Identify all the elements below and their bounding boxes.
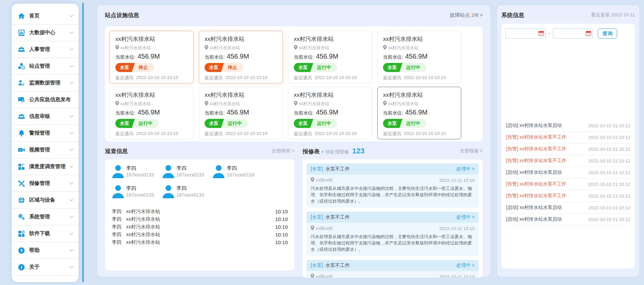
sidebar-item[interactable]: 满意度调查管理 <box>12 158 78 175</box>
log-text: xx村排水站水泵不工作 <box>520 181 567 187</box>
repair-item-body: xx镇xx村 2022-10-11 10:10 污水处理是从城市废水中去除污染物… <box>307 174 479 208</box>
station-section-header: 站点设施信息 故障站点 2/8 > <box>105 10 483 20</box>
station-card[interactable]: xx村污水排水站 xx村污水排水站 当前水位: 456.9M 水泵 停止 <box>199 31 283 83</box>
query-button[interactable]: 查询 <box>598 28 617 39</box>
sidebar-menu: 首页 大数据中心 人事管理 站点管理 监测数据管理 <box>12 8 78 276</box>
inspection-record-row: 李四 xx村污水排水站 10:10 <box>112 215 288 223</box>
repair-status-link[interactable]: 处理中 > <box>457 214 475 220</box>
repair-panel: [水泵] 水泵不工作 处理中 > xx镇xx村 2022 <box>303 159 483 278</box>
chevron-down-icon <box>69 82 74 84</box>
svg-text:i: i <box>21 265 22 270</box>
fault-count: 2 <box>471 12 474 18</box>
pump-label: 水泵 <box>294 119 313 128</box>
chevron-down-icon <box>69 48 74 51</box>
inspector-phone: 187xxxx0133 <box>126 192 154 198</box>
station-card[interactable]: xx村污水排水站 xx村污水排水站 当前水位: 456.9M 水泵 运行中 <box>288 31 372 83</box>
location-pin-icon <box>115 101 119 107</box>
repair-item-title: 水泵不工作 <box>325 262 457 269</box>
inspection-section: 巡查信息 全部排班 > 李四 187xxxx0133 <box>105 147 294 278</box>
inspector-card: 李四 187xxxx0133 <box>162 185 212 200</box>
svg-text:17: 17 <box>540 32 543 35</box>
sidebar-item-label: 系统管理 <box>29 213 69 220</box>
sidebar-item[interactable]: 大数据中心 <box>12 24 78 41</box>
water-level: 当前水位: 456.9M <box>383 109 455 116</box>
log-text: xx村排水站水泵启动 <box>520 123 562 128</box>
station-card[interactable]: xx村污水排水站 xx村污水排水站 当前水位: 456.9M 水泵 运行中 <box>377 87 461 139</box>
satisfaction-icon <box>17 162 26 171</box>
pump-label: 水泵 <box>383 119 402 128</box>
home-icon <box>17 12 26 20</box>
log-text: xx村排水站水泵不工作 <box>520 193 567 198</box>
sidebar-item[interactable]: 系统管理 <box>12 209 78 225</box>
water-level-value: 456.9M <box>227 109 249 116</box>
sidebar-item[interactable]: 公共应急信息发布 <box>12 91 78 108</box>
inspector-name: 李四 <box>176 185 204 192</box>
sidebar-item[interactable]: 首页 <box>12 8 78 24</box>
sidebar-item-label: 软件下载 <box>29 230 69 237</box>
chevron-down-icon <box>69 65 74 67</box>
inspection-record-row: 李四 xx村污水排水站 10:10 <box>112 238 288 246</box>
chevron-down-icon <box>69 31 74 34</box>
system-info-panel: 系统信息 最近更新 2022-10-11 17 - 17 查询 <box>496 5 640 277</box>
repair-status-link[interactable]: 处理中 > <box>457 166 475 172</box>
water-level-value: 456.9M <box>405 109 428 116</box>
inspector-name: 李四 <box>176 165 204 171</box>
sidebar-item[interactable]: 人事管理 <box>12 41 78 58</box>
fault-total: /8 > <box>474 12 483 18</box>
sidebar-item[interactable]: i 关于 <box>12 259 78 276</box>
record-station: xx村污水排水站 <box>126 239 275 245</box>
station-card[interactable]: xx村污水排水站 xx村污水排水站 当前水位: 456.9M 水泵 停止 <box>110 31 194 83</box>
alarm-icon <box>17 129 26 138</box>
pump-status-badge: 水泵 运行中 <box>115 119 159 128</box>
sidebar-item[interactable]: 监测数据管理 <box>12 75 78 91</box>
record-time: 10:10 <box>275 209 288 214</box>
station-card-title: xx村污水排水站 <box>205 35 277 43</box>
sidebar-item[interactable]: 报修管理 <box>12 175 78 192</box>
station-cards-grid: xx村污水排水站 xx村污水排水站 当前水位: 456.9M 水泵 停止 <box>110 31 478 139</box>
station-card[interactable]: xx村污水排水站 xx村污水排水站 当前水位: 456.9M 水泵 运行中 <box>199 87 283 139</box>
pump-status: 运行中 <box>224 119 248 128</box>
log-tag: [告警] <box>506 158 518 163</box>
sidebar-item[interactable]: 软件下载 <box>12 225 78 242</box>
record-name: 李四 <box>112 216 121 222</box>
about-icon: i <box>17 263 26 272</box>
repair-section: 报修表 • 待处理报修 123 全部报修 > [水泵] 水泵不工作 处理中 > <box>303 147 483 278</box>
pump-status-badge: 水泵 运行中 <box>205 119 248 128</box>
sidebar-item[interactable]: 警报管理 <box>12 125 78 142</box>
site-icon <box>17 62 26 71</box>
record-station: xx村污水排水站 <box>126 231 275 238</box>
lower-sections-row: 巡查信息 全部排班 > 李四 187xxxx0133 <box>105 147 483 278</box>
calendar-icon[interactable]: 17 <box>586 30 591 36</box>
sidebar-item[interactable]: 站点管理 <box>12 58 78 75</box>
fault-stations-link[interactable]: 故障站点 2/8 > <box>450 12 483 18</box>
repair-time: 2022-10-11 10:10 <box>439 274 475 278</box>
sidebar-item[interactable]: 信息审核 <box>12 108 78 125</box>
inspector-card: 李四 187xxxx0133 <box>112 185 162 200</box>
sidebar-item[interactable]: ? 帮助 <box>12 242 78 259</box>
log-text: xx村排水站水泵启动 <box>520 216 562 222</box>
location-pin-icon <box>115 45 119 51</box>
calendar-icon[interactable]: 17 <box>538 30 544 36</box>
repair-title: 报修表 <box>303 148 320 155</box>
inspection-panel: 李四 187xxxx0133 李四 187xxxx0133 <box>105 159 294 271</box>
sidebar-item[interactable]: 区域与设备 <box>12 192 78 209</box>
station-card[interactable]: xx村污水排水站 xx村污水排水站 当前水位: 456.9M 水泵 运行中 <box>110 87 194 139</box>
all-schedules-link[interactable]: 全部排班 > <box>272 148 294 154</box>
date-range-separator: - <box>548 30 550 37</box>
system-log-row: [告警] xx村排水站水泵不工作 2022-10-10 21:10:12 <box>505 155 631 167</box>
chevron-down-icon <box>69 165 74 168</box>
all-repairs-link[interactable]: 全部报修 > <box>460 148 483 154</box>
sidebar-item[interactable]: 视频管理 <box>12 142 78 158</box>
station-card-title: xx村污水排水站 <box>115 91 188 99</box>
station-card[interactable]: xx村污水排水站 xx村污水排水站 当前水位: 456.9M 水泵 运行中 <box>288 87 372 139</box>
station-card[interactable]: xx村污水排水站 xx村污水排水站 当前水位: 456.9M 水泵 运行中 <box>377 31 461 83</box>
pump-status-badge: 水泵 运行中 <box>383 119 426 128</box>
water-level: 当前水位: 456.9M <box>115 53 188 60</box>
station-card-location: xx村污水排水站 <box>115 101 188 107</box>
repair-status-link[interactable]: 处理中 > <box>457 263 475 269</box>
location-pin-icon <box>383 101 387 107</box>
last-updated: 最近更新 2022-10-11 <box>591 12 635 18</box>
chevron-down-icon <box>69 182 74 185</box>
chevron-down-icon <box>69 132 74 134</box>
inspector-phone: 187xxxx0133 <box>176 171 204 178</box>
